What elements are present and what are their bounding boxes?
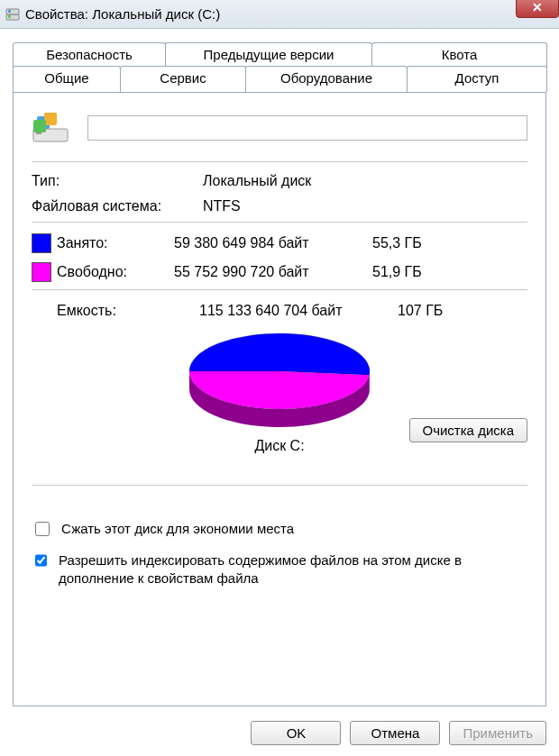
close-button[interactable]: ✕ — [516, 0, 559, 18]
tab-label: Сервис — [160, 70, 206, 86]
free-pretty: 51,9 ГБ — [372, 264, 444, 280]
disk-caption: Диск C: — [254, 438, 304, 454]
drive-titlebar-icon — [5, 7, 20, 22]
tab-strip: Безопасность Предыдущие версии Квота Общ… — [13, 41, 546, 92]
svg-rect-2 — [8, 10, 11, 13]
cancel-button[interactable]: Отмена — [350, 721, 440, 745]
tab-label: Доступ — [455, 70, 499, 86]
svg-rect-7 — [44, 113, 57, 125]
window-title: Свойства: Локальный диск (C:) — [25, 6, 220, 22]
ok-button[interactable]: OK — [251, 721, 341, 745]
capacity-row: Емкость: 115 133 640 704 байт 107 ГБ — [32, 303, 527, 319]
apply-button[interactable]: Применить — [449, 721, 546, 745]
index-label: Разрешить индексировать содержимое файло… — [59, 551, 527, 588]
dialog-footer: OK Отмена Применить — [0, 712, 559, 756]
free-swatch — [32, 262, 51, 282]
tab-previous-versions[interactable]: Предыдущие версии — [165, 42, 372, 67]
separator — [32, 222, 527, 223]
compress-checkbox-row[interactable]: Сжать этот диск для экономии места — [32, 520, 527, 539]
tab-sharing[interactable]: Доступ — [407, 66, 547, 92]
used-label: Занято: — [57, 235, 174, 251]
index-checkbox[interactable] — [35, 553, 47, 568]
separator — [32, 289, 527, 290]
tab-row-lower: Общие Сервис Оборудование Доступ — [13, 66, 546, 92]
tab-label: Оборудование — [280, 70, 372, 86]
used-pretty: 55,3 ГБ — [372, 235, 444, 251]
properties-window: Свойства: Локальный диск (C:) ✕ Безопасн… — [0, 0, 559, 756]
separator — [32, 161, 527, 162]
button-label: Применить — [463, 725, 533, 741]
button-label: OK — [287, 725, 307, 741]
fs-label: Файловая система: — [32, 198, 203, 214]
fs-value: NTFS — [203, 198, 527, 214]
usage-grid: Занято: 59 380 649 984 байт 55,3 ГБ Своб… — [32, 233, 527, 282]
checkbox-group: Сжать этот диск для экономии места Разре… — [32, 520, 527, 588]
type-value: Локальный диск — [203, 173, 527, 189]
tab-tools[interactable]: Сервис — [120, 66, 246, 92]
compress-label: Сжать этот диск для экономии места — [61, 520, 294, 538]
drive-large-icon — [32, 111, 69, 145]
tab-label: Общие — [44, 70, 88, 86]
button-label: Очистка диска — [423, 423, 515, 438]
free-bytes: 55 752 990 720 байт — [174, 264, 372, 280]
type-label: Тип: — [32, 173, 203, 189]
drive-header-row — [32, 111, 527, 145]
capacity-pretty: 107 ГБ — [398, 303, 470, 319]
close-icon: ✕ — [532, 0, 543, 14]
capacity-bytes: 115 133 640 704 байт — [199, 303, 398, 319]
chart-zone: Диск C: Очистка диска — [32, 326, 527, 479]
tab-row-upper: Безопасность Предыдущие версии Квота — [13, 41, 546, 66]
tab-general[interactable]: Общие — [13, 66, 121, 92]
tab-label: Квота — [442, 47, 478, 62]
compress-checkbox[interactable] — [35, 522, 50, 536]
titlebar: Свойства: Локальный диск (C:) ✕ — [0, 0, 559, 29]
tab-security[interactable]: Безопасность — [13, 42, 166, 67]
used-bytes: 59 380 649 984 байт — [174, 235, 372, 251]
index-checkbox-row[interactable]: Разрешить индексировать содержимое файло… — [32, 551, 527, 588]
free-label: Свободно: — [57, 264, 174, 280]
client-area: Безопасность Предыдущие версии Квота Общ… — [0, 29, 559, 712]
svg-rect-8 — [33, 120, 46, 132]
svg-rect-3 — [8, 15, 11, 18]
disk-cleanup-button[interactable]: Очистка диска — [409, 418, 528, 442]
type-fs-grid: Тип: Локальный диск Файловая система: NT… — [32, 173, 527, 214]
button-label: Отмена — [371, 725, 420, 741]
tab-hardware[interactable]: Оборудование — [245, 66, 408, 92]
separator — [32, 485, 527, 486]
drive-name-input[interactable] — [87, 115, 527, 141]
tab-label: Безопасность — [46, 47, 133, 62]
tab-quota[interactable]: Квота — [371, 42, 547, 67]
used-swatch — [32, 233, 51, 253]
capacity-label: Емкость: — [57, 303, 199, 319]
tab-panel-general: Тип: Локальный диск Файловая система: NT… — [13, 92, 546, 706]
tab-label: Предыдущие версии — [204, 47, 334, 62]
pie-chart — [180, 326, 379, 434]
